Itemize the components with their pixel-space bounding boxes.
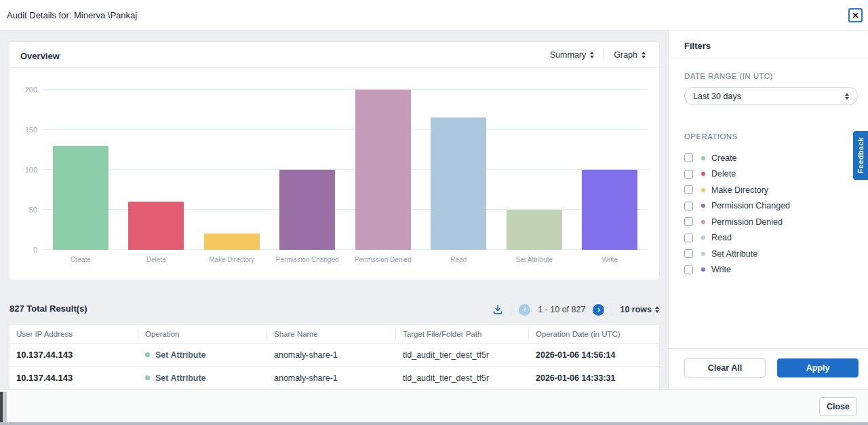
prev-page-icon[interactable]: ‹ (519, 304, 530, 316)
filters-title: Filters (684, 41, 711, 51)
chart-bar-slot: Read (421, 90, 497, 250)
operation-filter-item[interactable]: Create (684, 153, 858, 163)
chart-bar-slot: Set Attribute (496, 90, 572, 250)
cell-target-path: tld_audit_tier_dest_tf5r (396, 350, 529, 360)
operation-filter-label: Set Attribute (711, 249, 757, 259)
chart-y-labels: 050100150200 (9, 90, 37, 250)
date-range-label: DATE RANGE (IN UTC) (684, 72, 773, 80)
cell-operation: Set Attribute (138, 350, 267, 360)
operation-filter-item[interactable]: Write (684, 265, 858, 275)
chart-bar[interactable] (582, 170, 637, 250)
feedback-tab[interactable]: Feedback (853, 131, 868, 180)
apply-button[interactable]: Apply (777, 358, 859, 377)
main-content: Overview Summary Graph 050100150200 Crea… (0, 31, 668, 389)
checkbox[interactable] (684, 217, 693, 226)
cell-user-ip: 10.137.44.143 (9, 373, 138, 383)
checkbox[interactable] (684, 202, 693, 210)
date-range-select[interactable]: Last 30 days (684, 87, 858, 105)
cell-operation: Set Attribute (138, 373, 267, 383)
operation-color-dot-icon (701, 156, 705, 160)
filters-divider (669, 58, 868, 58)
table-row[interactable]: 10.137.44.143Set Attributeanomaly-share-… (9, 367, 659, 389)
checkbox[interactable] (684, 153, 693, 162)
chart-bar[interactable] (507, 210, 562, 250)
chart-bar-slot: Permission Denied (345, 90, 421, 250)
chart-bar[interactable] (128, 202, 184, 250)
checkbox[interactable] (684, 265, 693, 274)
operation-filter-item[interactable]: Make Directory (684, 185, 858, 195)
close-button[interactable]: Close (819, 397, 857, 416)
chart-bar[interactable] (53, 146, 108, 250)
operation-filter-item[interactable]: Delete (684, 169, 858, 179)
operation-filter-label: Create (711, 153, 737, 163)
chart-bar-slot: Permission Changed (270, 90, 346, 250)
dialog-footer: Close (0, 389, 868, 422)
column-header[interactable]: Share Name (267, 329, 396, 339)
operation-filter-label: Write (711, 265, 731, 274)
checkbox[interactable] (684, 249, 693, 258)
x-tick-label: Delete (119, 255, 195, 265)
column-header[interactable]: User IP Address (9, 329, 138, 339)
table-row[interactable]: 10.137.44.143Set Attributeanomaly-share-… (9, 344, 659, 367)
cell-operation-date: 2026-01-06 14:56:14 (529, 350, 659, 360)
dialog-title: Audit Details for: Minerva \Pankaj (7, 10, 137, 20)
overview-card: Overview Summary Graph 050100150200 Crea… (9, 42, 659, 280)
close-icon[interactable]: ✕ (848, 8, 863, 22)
rows-per-page-select[interactable]: 10 rows (620, 305, 659, 314)
y-tick-label: 200 (25, 86, 37, 94)
x-tick-label: Permission Denied (345, 255, 421, 265)
next-page-icon[interactable]: › (593, 304, 604, 316)
window-edge-gray (3, 392, 7, 422)
operation-color-dot-icon (701, 172, 705, 176)
date-range-value: Last 30 days (693, 92, 741, 101)
column-header[interactable]: Target File/Folder Path (396, 329, 529, 339)
chart-bar-slot: Make Directory (194, 90, 270, 250)
chart-plot-area: CreateDeleteMake DirectoryPermission Cha… (43, 90, 648, 250)
graph-dropdown-label: Graph (614, 50, 637, 60)
chart-bar[interactable] (279, 170, 335, 250)
summary-dropdown[interactable]: Summary (540, 50, 604, 60)
chart-bar[interactable] (431, 117, 486, 250)
chart-bar[interactable] (355, 90, 411, 250)
x-tick-label: Write (572, 255, 648, 265)
download-icon[interactable] (492, 304, 503, 315)
x-tick-label: Make Directory (194, 255, 270, 265)
clear-all-button[interactable]: Clear All (684, 358, 766, 377)
operation-filter-item[interactable]: Set Attribute (684, 248, 858, 259)
y-tick-label: 100 (25, 166, 37, 174)
operation-filter-item[interactable]: Permission Changed (684, 201, 858, 211)
operation-color-dot-icon (701, 236, 705, 240)
overview-card-header: Overview Summary Graph (9, 42, 659, 68)
operations-bar-chart: 050100150200 CreateDeleteMake DirectoryP… (9, 68, 659, 280)
operation-label: Set Attribute (155, 350, 206, 360)
window-bottom-strip (0, 422, 868, 425)
feedback-tab-label: Feedback (856, 137, 865, 173)
column-header[interactable]: Operation (138, 329, 267, 339)
total-results-label: 827 Total Result(s) (9, 303, 87, 314)
x-tick-label: Set Attribute (496, 255, 572, 265)
operation-filter-item[interactable]: Read (684, 233, 858, 243)
x-tick-label: Permission Changed (270, 255, 346, 265)
updown-caret-icon (642, 52, 646, 58)
results-table: User IP AddressOperationShare NameTarget… (9, 325, 659, 389)
dialog-header: Audit Details for: Minerva \Pankaj ✕ (0, 0, 868, 31)
table-header-row: User IP AddressOperationShare NameTarget… (9, 325, 659, 344)
updown-caret-icon (655, 306, 659, 313)
chart-bar[interactable] (204, 234, 260, 250)
cell-share-name: anomaly-share-1 (267, 350, 396, 360)
view-controls: Summary Graph (540, 42, 655, 68)
operation-color-dot-icon (701, 188, 705, 192)
column-header[interactable]: Operation Date (in UTC) (529, 329, 659, 339)
cell-user-ip: 10.137.44.143 (9, 350, 138, 360)
checkbox[interactable] (684, 185, 693, 194)
checkbox[interactable] (684, 234, 693, 242)
filters-footer-divider (669, 348, 868, 349)
operations-section-label: OPERATIONS (684, 132, 738, 141)
operation-filter-label: Delete (711, 169, 736, 179)
checkbox[interactable] (684, 170, 693, 179)
operation-filter-label: Read (711, 233, 732, 242)
operation-filter-label: Make Directory (711, 185, 768, 195)
operation-filter-item[interactable]: Permission Denied (684, 217, 858, 227)
graph-dropdown[interactable]: Graph (604, 50, 655, 60)
y-tick-label: 0 (33, 246, 37, 254)
